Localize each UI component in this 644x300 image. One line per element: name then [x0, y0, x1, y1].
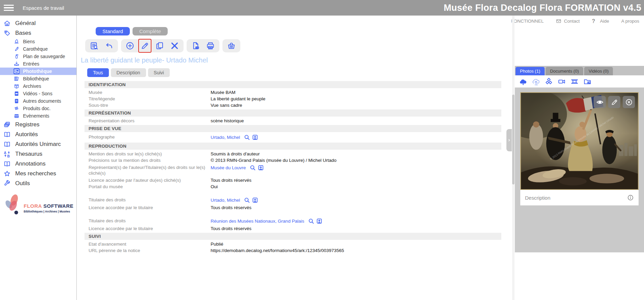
- utility-item-contact[interactable]: Contact: [556, 18, 580, 24]
- field-value-link[interactable]: Musée du Louvre: [211, 165, 264, 171]
- sidebar-item-bases[interactable]: Bases: [0, 28, 76, 38]
- sidebar-item-plan-de-sauvegarde[interactable]: Plan de sauvegarde: [0, 53, 76, 60]
- pencil-button[interactable]: [140, 41, 149, 50]
- field-value-link[interactable]: Réunion des Musées Nationaux, Grand Pala…: [211, 218, 323, 224]
- sidebar-item-g-n-ral[interactable]: Général: [0, 18, 76, 28]
- sidebar-item-thesaurus[interactable]: ABThesaurus: [0, 149, 76, 159]
- media-tab-vid-os-0-[interactable]: Vidéos (0): [584, 67, 613, 75]
- file-export-button[interactable]: [191, 41, 200, 50]
- field-row: Licence accordée par l'auteur du(es) cli…: [85, 177, 501, 183]
- open-window-icon[interactable]: [316, 218, 323, 224]
- media-tab-photos-1-[interactable]: Photos (1): [516, 67, 545, 75]
- sidebar-item-caroth-que[interactable]: Carothèque: [0, 45, 76, 53]
- photo-pencil-button[interactable]: [608, 96, 620, 108]
- photo-close-circle-button[interactable]: [623, 96, 635, 108]
- field-value-link[interactable]: Urtado, Michel: [211, 134, 258, 141]
- sidebar-item-entr-es[interactable]: Entrées: [0, 60, 76, 68]
- field-value: Tous droits réservés: [211, 226, 252, 231]
- record-toolbar: [85, 39, 511, 52]
- sidebar-item-outils[interactable]: Outils: [0, 178, 76, 188]
- sidebar-item-mes-recherches[interactable]: Mes recherches: [0, 169, 76, 178]
- open-window-icon[interactable]: [252, 134, 258, 141]
- field-value-text: Urtado, Michel: [211, 197, 240, 203]
- magnifier-icon[interactable]: [308, 218, 314, 224]
- copy-button[interactable]: [155, 41, 164, 50]
- field-row: Titulaire des droitsUrtado, Michel: [85, 196, 501, 204]
- field-label: Etat d'avancement: [85, 241, 208, 247]
- cloud-upload-hd-button[interactable]: HD: [532, 77, 540, 86]
- field-value-text: Soumis à droits d'auteur: [211, 151, 260, 156]
- sidebar-item-label: Carothèque: [23, 46, 48, 52]
- field-label: Précisions sur la mention des droits: [85, 157, 208, 163]
- sidebar-item-label: Registres: [15, 121, 40, 128]
- open-window-icon[interactable]: [252, 197, 258, 203]
- help-icon: ?: [592, 18, 598, 24]
- plus-circle-button[interactable]: [125, 41, 135, 50]
- sidebar-item-label: Photothèque: [23, 69, 52, 74]
- sidebar-item-biblioth-que[interactable]: Bibliothèque: [0, 75, 76, 82]
- field-row: PhotographeUrtado, Michel: [85, 133, 501, 142]
- flora-flower-icon: [2, 194, 23, 215]
- record-sections: IDENTIFICATIONMuséeMusée BAMTitre/légend…: [85, 81, 501, 254]
- hamburger-menu-icon[interactable]: [4, 5, 14, 11]
- undo-button[interactable]: [104, 41, 114, 50]
- record-tab-suivi[interactable]: Suivi: [148, 68, 170, 77]
- main-scrollbar-thumb[interactable]: [512, 95, 515, 184]
- panel-collapse-handle[interactable]: [506, 129, 512, 151]
- logo-wordmark: FLORA SOFTWARE: [24, 203, 73, 209]
- record-tab-description[interactable]: Description: [111, 68, 146, 77]
- row-spacer: [85, 190, 501, 196]
- section-heading: IDENTIFICATION: [85, 81, 501, 88]
- sidebar-item-annotations[interactable]: Annotations: [0, 159, 76, 169]
- sidebar-item-label: Entrées: [23, 61, 39, 67]
- media-tab-documents-0-[interactable]: Documents (0): [546, 67, 583, 75]
- field-label: Représentant(s) de l'auteur/Titulaire(s)…: [85, 165, 208, 176]
- sidebar-item-autorit-s[interactable]: Autorités: [0, 129, 76, 139]
- sidebar-item-archives[interactable]: Archives: [0, 82, 76, 90]
- magnifier-icon[interactable]: [244, 197, 250, 203]
- list-search-button[interactable]: [90, 41, 99, 50]
- star-icon: [3, 170, 11, 177]
- video-camera-button[interactable]: [557, 77, 566, 86]
- sidebar-item-label: Evènements: [23, 113, 49, 119]
- sidebar-item-produits-doc-[interactable]: Produits doc.: [0, 105, 76, 112]
- top-header: Espaces de travail Musée Flora Decalog F…: [0, 0, 644, 16]
- sidebar-item-label: Thesaurus: [15, 151, 42, 157]
- svg-text:B: B: [7, 154, 9, 157]
- folder-image-button[interactable]: [583, 77, 592, 86]
- sidebar-item-vid-os-sons[interactable]: Vidéos - Sons: [0, 90, 76, 97]
- printer-button[interactable]: [206, 41, 215, 50]
- info-icon[interactable]: [627, 194, 634, 201]
- cloud-upload-button[interactable]: [519, 77, 527, 86]
- sidebar-item-ev-nements[interactable]: Evènements: [0, 112, 76, 120]
- sidebar-item-registres[interactable]: Registres: [0, 120, 76, 129]
- sidebar-item-label: Bibliothèque: [23, 76, 49, 81]
- field-value: Tous droits réservés: [211, 205, 252, 210]
- toolbar-group: [222, 39, 240, 52]
- field-value-link[interactable]: Urtado, Michel: [211, 197, 258, 203]
- basket-button[interactable]: [227, 41, 236, 50]
- media-panel-tabs: Photos (1)Documents (0)Vidéos (0): [515, 66, 644, 75]
- toolbar-group: [121, 39, 184, 52]
- section-heading: SUIVI: [85, 233, 501, 240]
- sidebar-item-autres-documents[interactable]: Autres documents: [0, 97, 76, 105]
- delete-x-button[interactable]: [170, 41, 179, 50]
- sidebar-item-autorit-s-unimarc[interactable]: Autorités Unimarc: [0, 139, 76, 149]
- utility-item-aide[interactable]: ?Aide: [592, 18, 609, 24]
- view-switch-compl-te-button[interactable]: Complète: [133, 27, 168, 35]
- view-switch-standard-button[interactable]: Standard: [96, 27, 130, 35]
- field-value-text: Oui: [211, 184, 218, 189]
- photo-thumbnail[interactable]: © 2013 RMN-Grand Palais (musée du Louvre…: [520, 92, 639, 190]
- sidebar-item-biens[interactable]: Biens: [0, 38, 76, 45]
- open-window-icon[interactable]: [258, 165, 264, 171]
- cubes-3d-button[interactable]: [545, 77, 553, 86]
- magnifier-icon[interactable]: [249, 165, 256, 171]
- magnifier-icon[interactable]: [244, 134, 250, 141]
- photo-eye-button[interactable]: [594, 96, 606, 108]
- record-tab-tous[interactable]: Tous: [87, 68, 109, 77]
- utility-item-a-propos[interactable]: A propos: [621, 19, 639, 24]
- photo-card: © 2013 RMN-Grand Palais (musée du Louvre…: [520, 92, 639, 205]
- calendar-icon: [14, 113, 20, 119]
- film-strip-button[interactable]: [570, 77, 579, 86]
- sidebar-item-phototh-que[interactable]: Photothèque: [0, 68, 76, 75]
